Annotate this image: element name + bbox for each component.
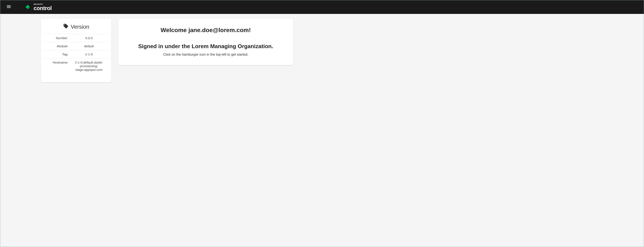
version-row-number: Number: 0.0.0: [44, 34, 109, 42]
version-value: 2-1-0: [70, 53, 108, 56]
tag-icon: [63, 23, 69, 30]
brand-block: SKYKIT® control: [24, 4, 52, 11]
top-app-bar: SKYKIT® control: [0, 0, 644, 14]
brand-main-text: control: [34, 5, 52, 11]
version-card-title: Version: [44, 23, 109, 34]
main-content: Version Number: 0.0.0 Module: default Ta…: [0, 14, 644, 87]
version-value: 0.0.0: [70, 36, 108, 40]
version-value: default: [70, 44, 108, 48]
welcome-hint-text: Click on the hamburger icon in the top-l…: [127, 53, 284, 57]
hamburger-menu-button[interactable]: [4, 2, 14, 12]
version-card-title-text: Version: [71, 24, 89, 30]
version-value: 2-1-0.default.skykit-provisioning-stage.…: [70, 61, 108, 72]
version-row-tag: Tag: 2-1-0: [44, 50, 109, 58]
welcome-subheading: Signed in under the Lorem Managing Organ…: [127, 43, 284, 50]
version-row-module: Module: default: [44, 42, 109, 50]
version-card: Version Number: 0.0.0 Module: default Ta…: [41, 19, 112, 82]
welcome-heading: Welcome jane.doe@lorem.com!: [127, 27, 284, 34]
version-label: Hostname:: [44, 61, 70, 72]
version-row-hostname: Hostname: 2-1-0.default.skykit-provision…: [44, 58, 109, 74]
version-label: Module:: [44, 44, 70, 48]
hamburger-icon: [6, 4, 11, 10]
version-label: Tag:: [44, 53, 70, 56]
version-label: Number:: [44, 36, 70, 40]
welcome-card: Welcome jane.doe@lorem.com! Signed in un…: [118, 19, 293, 65]
brand-logo-icon: [24, 4, 32, 11]
